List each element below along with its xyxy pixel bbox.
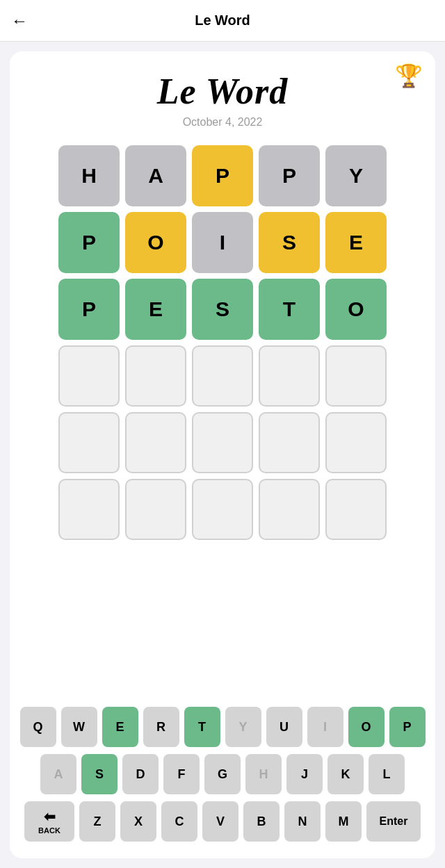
grid-row: POISE (58, 212, 387, 273)
key-n[interactable]: N (284, 801, 321, 842)
key-q[interactable]: Q (20, 707, 56, 747)
key-x[interactable]: X (120, 801, 156, 842)
key-h[interactable]: H (245, 754, 282, 794)
tile: A (125, 145, 186, 206)
key-l[interactable]: L (369, 754, 405, 794)
tile: P (58, 212, 120, 273)
header-title: Le Word (195, 13, 250, 28)
tile (259, 479, 320, 540)
tile (58, 479, 120, 540)
key-s[interactable]: S (81, 754, 118, 794)
tile: P (58, 279, 120, 340)
tile (259, 345, 320, 407)
tile: E (325, 212, 387, 273)
grid-row: PESTO (58, 279, 387, 340)
tile (58, 345, 120, 407)
key-i[interactable]: I (307, 707, 343, 747)
tile (125, 479, 186, 540)
tile: S (192, 279, 253, 340)
game-grid: HAPPYPOISEPESTO (58, 145, 387, 540)
key-k[interactable]: K (327, 754, 364, 794)
key-c[interactable]: C (161, 801, 197, 842)
tile (325, 479, 387, 540)
tile (325, 345, 387, 407)
key-v[interactable]: V (202, 801, 238, 842)
key-g[interactable]: G (204, 754, 241, 794)
tile (192, 479, 253, 540)
tile: I (192, 212, 253, 273)
tile: S (259, 212, 320, 273)
key-t[interactable]: T (184, 707, 220, 747)
tile (192, 345, 253, 407)
key-r[interactable]: R (143, 707, 179, 747)
grid-row (58, 412, 387, 473)
key-o[interactable]: O (348, 707, 385, 747)
tile (259, 412, 320, 473)
key-m[interactable]: M (325, 801, 362, 842)
backspace-key[interactable]: ⬅BACK (24, 801, 74, 842)
back-button[interactable]: ← (11, 11, 28, 31)
keyboard-row: ⬅BACKZXCVBNMEnter (24, 801, 421, 842)
key-e[interactable]: E (102, 707, 138, 747)
key-u[interactable]: U (266, 707, 302, 747)
key-w[interactable]: W (61, 707, 97, 747)
tile (325, 412, 387, 473)
tile: E (125, 279, 186, 340)
tile: P (192, 145, 253, 206)
tile: P (259, 145, 320, 206)
tile (58, 412, 120, 473)
header: ← Le Word (0, 0, 445, 42)
key-b[interactable]: B (243, 801, 280, 842)
key-z[interactable]: Z (79, 801, 115, 842)
keyboard-row: QWERTYUIOP (20, 707, 426, 747)
tile (192, 412, 253, 473)
grid-row (58, 345, 387, 407)
key-a[interactable]: A (40, 754, 76, 794)
tile: O (325, 279, 387, 340)
tile: T (259, 279, 320, 340)
grid-row: HAPPY (58, 145, 387, 206)
trophy-icon: 🏆 (395, 63, 423, 89)
game-date: October 4, 2022 (183, 116, 263, 129)
grid-row (58, 479, 387, 540)
key-f[interactable]: F (163, 754, 200, 794)
key-y[interactable]: Y (225, 707, 261, 747)
keyboard: QWERTYUIOPASDFGHJKL⬅BACKZXCVBNMEnter (21, 707, 424, 842)
keyboard-row: ASDFGHJKL (40, 754, 405, 794)
enter-key[interactable]: Enter (366, 801, 421, 842)
tile (125, 345, 186, 407)
key-j[interactable]: J (286, 754, 323, 794)
tile (125, 412, 186, 473)
key-d[interactable]: D (122, 754, 159, 794)
game-title: Le Word (157, 71, 289, 112)
tile: Y (325, 145, 387, 206)
tile: O (125, 212, 186, 273)
tile: H (58, 145, 120, 206)
main-card: 🏆 Le Word October 4, 2022 HAPPYPOISEPEST… (10, 51, 435, 858)
key-p[interactable]: P (389, 707, 426, 747)
